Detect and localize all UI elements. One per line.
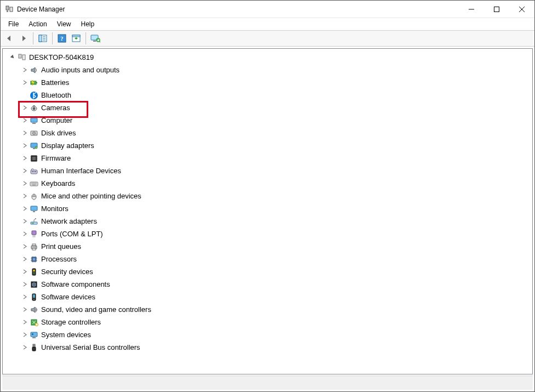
show-hide-tree-button[interactable] [36, 32, 49, 45]
expander-icon[interactable] [21, 281, 28, 288]
expander-icon[interactable] [21, 117, 28, 124]
usb-icon [29, 343, 39, 353]
scan-hardware-button[interactable] [70, 32, 83, 45]
expander-icon[interactable] [21, 294, 28, 300]
svg-rect-22 [19, 54, 21, 58]
tree-node[interactable]: Print queues [4, 240, 531, 253]
expander-icon[interactable] [21, 231, 28, 237]
tree-node-label: Keyboards [41, 178, 75, 190]
expander-icon[interactable] [21, 218, 28, 225]
disk-icon [29, 128, 39, 138]
expander-icon[interactable] [21, 155, 28, 162]
tree-node[interactable]: Keyboards [4, 177, 531, 190]
expander-icon[interactable] [21, 130, 28, 137]
tree-node[interactable]: Processors [4, 253, 531, 265]
tree-node-label: Display adapters [41, 140, 94, 152]
battery-icon [29, 78, 39, 88]
tree-node[interactable]: Network adapters [4, 215, 531, 228]
tree-node-label: Print queues [41, 241, 81, 253]
keyboard-icon [29, 179, 39, 189]
toolbar-separator [33, 32, 33, 44]
tree-node[interactable]: Software components [4, 278, 531, 291]
tree-node-label: Audio inputs and outputs [41, 64, 119, 76]
camera-icon [29, 103, 39, 113]
svg-rect-98 [35, 345, 35, 346]
tree-node[interactable]: Cameras [4, 101, 531, 114]
expander-icon[interactable] [21, 306, 28, 313]
tree-node[interactable]: System devices [4, 328, 531, 341]
menu-view[interactable]: View [53, 19, 76, 29]
tree-node[interactable]: Sound, video and game controllers [4, 303, 531, 316]
close-button[interactable] [509, 1, 534, 18]
svg-rect-0 [6, 6, 9, 10]
svg-point-34 [33, 132, 36, 134]
monitor-button[interactable] [89, 32, 102, 45]
tree-node-label: Ports (COM & LPT) [41, 228, 103, 240]
tree-node-label: Software components [41, 279, 110, 291]
expander-icon[interactable] [21, 168, 28, 174]
help-button[interactable]: ? [55, 32, 69, 45]
tree-node[interactable]: Disk drives [4, 127, 531, 139]
tree-node-label: Sound, video and game controllers [41, 304, 151, 316]
svg-point-63 [35, 218, 36, 219]
tree-node[interactable]: Batteries [4, 76, 531, 89]
display-icon [29, 141, 39, 151]
svg-rect-37 [33, 148, 35, 149]
svg-point-70 [35, 246, 36, 247]
svg-rect-4 [494, 7, 499, 12]
tree-node[interactable]: Storage controllers [4, 316, 531, 328]
expander-icon[interactable] [21, 143, 28, 149]
menubar: File Action View Help [1, 18, 534, 30]
tree-node[interactable]: Mice and other pointing devices [4, 190, 531, 202]
svg-rect-8 [39, 35, 42, 42]
tree-node-label: Monitors [41, 203, 69, 215]
tree-node[interactable]: Security devices [4, 265, 531, 278]
expander-icon[interactable] [21, 180, 28, 187]
expander-icon[interactable] [21, 243, 28, 250]
window-title: Device Manager [17, 5, 65, 13]
menu-help[interactable]: Help [77, 19, 99, 29]
menu-file[interactable]: File [4, 19, 23, 29]
expander-icon[interactable] [21, 67, 28, 73]
system-icon [29, 330, 39, 340]
maximize-button[interactable] [484, 1, 509, 18]
svg-rect-92 [31, 332, 37, 337]
device-tree-panel[interactable]: DESKTOP-504K819 Audio inputs and outputs… [2, 48, 533, 374]
sound-icon [29, 305, 39, 315]
svg-text:?: ? [60, 35, 64, 42]
expander-icon[interactable] [21, 79, 28, 86]
back-button[interactable] [3, 32, 16, 45]
tree-node[interactable]: Display adapters [4, 139, 531, 152]
expander-icon[interactable] [21, 319, 28, 326]
tree-node[interactable]: Bluetooth [4, 89, 531, 101]
forward-button[interactable] [17, 32, 30, 45]
menu-action[interactable]: Action [24, 19, 51, 29]
expander-icon[interactable] [21, 344, 28, 351]
expander-icon[interactable] [21, 193, 28, 200]
tree-node[interactable]: Monitors [4, 202, 531, 215]
tree-node[interactable]: Audio inputs and outputs [4, 64, 531, 76]
tree-node-label: Storage controllers [41, 316, 101, 328]
tree-root[interactable]: DESKTOP-504K819 [4, 51, 531, 64]
port-icon [29, 229, 39, 239]
storage-icon [29, 317, 39, 327]
tree-node[interactable]: Computer [4, 114, 531, 127]
expander-icon[interactable] [21, 256, 28, 263]
tree-node[interactable]: Firmware [4, 152, 531, 164]
tree-node[interactable]: Ports (COM & LPT) [4, 228, 531, 240]
expander-icon[interactable] [21, 206, 28, 212]
expander-icon[interactable] [21, 332, 28, 338]
expander-icon[interactable] [21, 105, 28, 111]
expander-icon[interactable] [9, 54, 16, 61]
tree-node[interactable]: Software devices [4, 291, 531, 303]
expander-icon[interactable] [21, 269, 28, 275]
hid-icon [29, 166, 39, 176]
svg-rect-30 [33, 105, 35, 106]
tree-node[interactable]: Human Interface Devices [4, 164, 531, 177]
tree-node-label: Security devices [41, 266, 93, 278]
svg-line-21 [99, 41, 100, 42]
minimize-button[interactable] [459, 1, 484, 18]
tree-node[interactable]: Universal Serial Bus controllers [4, 341, 531, 354]
svg-point-38 [35, 146, 37, 149]
svg-rect-32 [32, 123, 36, 124]
